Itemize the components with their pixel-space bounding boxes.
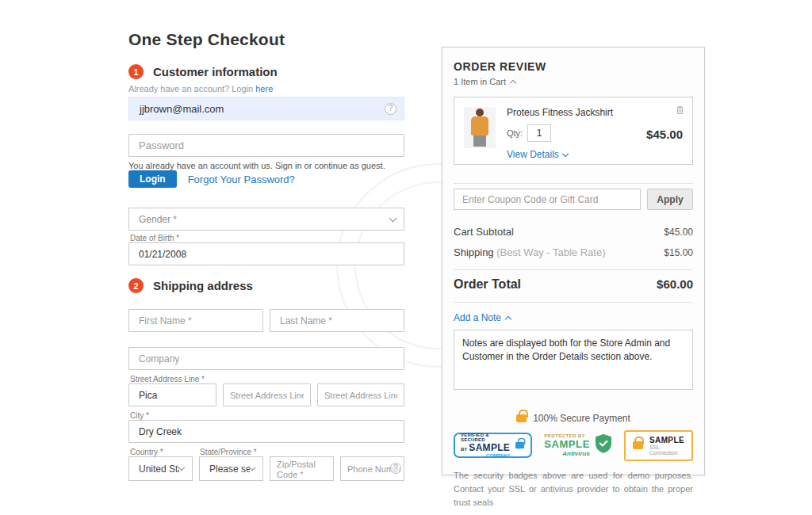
cart-item: Proteus Fitness Jackshirt Qty: View Deta… xyxy=(454,97,693,165)
last-name-field[interactable] xyxy=(270,309,404,332)
add-note-toggle[interactable]: Add a Note xyxy=(454,312,511,323)
divider xyxy=(454,302,693,303)
phone-field[interactable]: ? xyxy=(340,456,404,481)
zip-placeholder: Zip/Postal Code * xyxy=(277,460,327,480)
ssl-connection-badge: SAMPLE SSL Connection xyxy=(624,430,693,461)
checkout-form: One Step Checkout 1 Customer information… xyxy=(128,29,404,515)
login-row: Login Forgot Your Password? xyxy=(128,170,295,188)
trash-icon[interactable] xyxy=(676,105,684,115)
order-total-row: Order Total $60.00 xyxy=(454,277,693,292)
verified-secured-badge: VERIFIED & SECURED BY SAMPLE COMPANY xyxy=(454,433,532,458)
order-total-label: Order Total xyxy=(454,277,521,292)
account-note: You already have an account with us. Sig… xyxy=(128,161,385,170)
street-line-1-field[interactable] xyxy=(128,383,216,406)
email-value: jjbrown@mail.com xyxy=(140,103,224,115)
cart-subtotal-row: Cart Subtotal $45.00 xyxy=(454,226,693,238)
chevron-down-icon xyxy=(249,464,255,471)
city-label: City * xyxy=(130,411,149,420)
qty-input[interactable] xyxy=(527,124,551,142)
gender-select[interactable]: Gender * xyxy=(128,208,404,231)
lock-icon xyxy=(516,414,527,422)
login-here-link[interactable]: here xyxy=(255,84,273,93)
chevron-down-icon xyxy=(389,214,397,222)
subtotal-label: Cart Subtotal xyxy=(454,226,514,238)
shipping-row: Shipping (Best Way - Table Rate) $15.00 xyxy=(454,246,693,258)
apply-coupon-button[interactable]: Apply xyxy=(647,189,693,210)
dob-label: Date of Birth * xyxy=(130,234,179,242)
lock-icon xyxy=(633,441,643,449)
email-help-icon[interactable]: ? xyxy=(385,103,396,115)
divider xyxy=(454,269,693,270)
shield-check-icon xyxy=(595,433,612,457)
product-image xyxy=(464,107,496,148)
qty-label: Qty: xyxy=(507,128,523,138)
street-line-2-field[interactable] xyxy=(223,383,311,406)
zip-field[interactable]: Zip/Postal Code * xyxy=(270,456,334,481)
section-customer-information: 1 Customer information xyxy=(128,64,278,79)
item-price: $45.00 xyxy=(646,128,683,141)
shipping-label: Shipping xyxy=(454,246,494,258)
badges-disclaimer: The security badges above are used for d… xyxy=(454,469,693,509)
security-badges: VERIFIED & SECURED BY SAMPLE COMPANY PRO… xyxy=(454,432,693,459)
dob-field[interactable] xyxy=(128,242,404,265)
secure-payment-label: 100% Secure Payment xyxy=(533,413,630,424)
password-field[interactable] xyxy=(128,134,404,157)
cart-summary-toggle[interactable]: 1 Item in Cart xyxy=(454,77,515,86)
state-label: State/Province * xyxy=(200,448,257,456)
state-value: Please sele xyxy=(209,464,250,475)
lock-icon xyxy=(515,442,524,449)
country-value: United Stat xyxy=(139,464,179,475)
country-label: Country * xyxy=(130,448,163,456)
street-line-3-field[interactable] xyxy=(317,383,404,406)
cart-summary-label: 1 Item in Cart xyxy=(454,77,506,86)
forgot-password-link[interactable]: Forgot Your Password? xyxy=(188,174,295,185)
state-select[interactable]: Please sele xyxy=(199,456,263,481)
order-review-panel: ORDER REVIEW 1 Item in Cart Proteus Fitn… xyxy=(442,47,705,475)
chevron-up-icon xyxy=(505,315,511,322)
gender-value: Gender * xyxy=(139,214,177,225)
shipping-heading: Shipping address xyxy=(153,279,253,292)
chevron-up-icon xyxy=(510,79,516,86)
step-1-badge: 1 xyxy=(128,64,144,79)
login-prompt: Already have an account? Login here xyxy=(128,84,273,93)
order-note-textarea[interactable]: Notes are displayed both for the Store A… xyxy=(454,330,693,390)
coupon-row: Apply xyxy=(454,189,693,210)
shipping-method: (Best Way - Table Rate) xyxy=(496,246,605,258)
phone-help-icon[interactable]: ? xyxy=(390,463,401,474)
customer-info-heading: Customer information xyxy=(153,65,278,78)
subtotal-value: $45.00 xyxy=(664,227,693,238)
city-field[interactable] xyxy=(128,420,404,443)
email-field[interactable]: jjbrown@mail.com ? xyxy=(128,97,404,120)
login-button[interactable]: Login xyxy=(128,170,177,188)
first-name-field[interactable] xyxy=(128,309,263,332)
view-details-link[interactable]: View Details xyxy=(507,149,568,160)
street-address-label: Street Address Line * xyxy=(130,375,205,383)
order-review-heading: ORDER REVIEW xyxy=(454,60,693,73)
section-shipping-address: 2 Shipping address xyxy=(128,278,253,293)
order-total-value: $60.00 xyxy=(657,277,693,291)
country-select[interactable]: United Stat xyxy=(128,456,193,481)
shipping-value: $15.00 xyxy=(664,247,693,258)
coupon-input[interactable] xyxy=(454,189,641,210)
secure-payment-line: 100% Secure Payment xyxy=(454,413,693,424)
divider xyxy=(454,183,693,184)
chevron-down-icon xyxy=(562,150,569,156)
company-field[interactable] xyxy=(128,347,404,370)
page-title: One Step Checkout xyxy=(128,30,285,49)
chevron-down-icon xyxy=(178,464,185,471)
product-name: Proteus Fitness Jackshirt xyxy=(507,107,683,118)
step-2-badge: 2 xyxy=(128,278,144,293)
antivirus-badge: PROTECTED BY SAMPLE Antivirus xyxy=(544,433,612,457)
